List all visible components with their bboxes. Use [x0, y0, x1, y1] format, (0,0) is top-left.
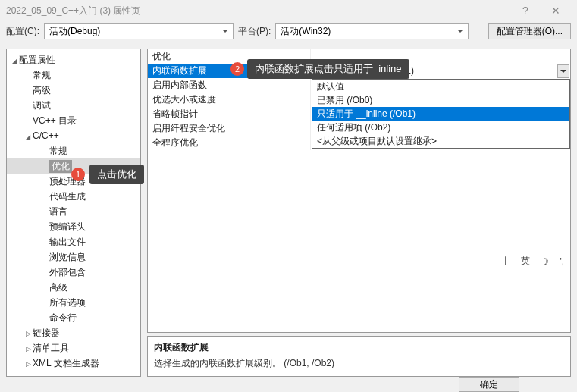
tree-item[interactable]: 常规: [7, 143, 140, 158]
platform-combo[interactable]: 活动(Win32): [275, 23, 469, 39]
dropdown-toggle[interactable]: [557, 64, 569, 78]
config-manager-button[interactable]: 配置管理器(O)...: [488, 23, 571, 39]
titlebar: 2022_05_09_C++入门 (3) 属性页 ? ✕: [0, 0, 577, 21]
tree-item[interactable]: 高级: [7, 83, 140, 98]
tree-cpp[interactable]: C/C++: [7, 128, 140, 143]
tree-item[interactable]: 语言: [7, 204, 140, 219]
callout-badge-1: 1: [71, 168, 85, 181]
window-title: 2022_05_09_C++入门 (3) 属性页: [6, 5, 510, 17]
tree-item[interactable]: 清单工具: [7, 340, 140, 356]
tree-item[interactable]: 所有选项: [7, 295, 140, 310]
dropdown-item[interactable]: 只适用于 __inline (/Ob1): [312, 107, 569, 121]
tree-item[interactable]: 链接器: [7, 325, 140, 340]
description-text: 选择生成的内联函数扩展级别。 (/Ob1, /Ob2): [154, 357, 564, 370]
description-panel: 内联函数扩展 选择生成的内联函数扩展级别。 (/Ob1, /Ob2): [147, 336, 571, 377]
tree-item[interactable]: 高级: [7, 280, 140, 295]
close-button[interactable]: ✕: [541, 5, 571, 17]
tree-root[interactable]: 配置属性: [7, 52, 140, 67]
tree-item[interactable]: 命令行: [7, 310, 140, 325]
platform-label: 平台(P):: [238, 25, 271, 38]
description-title: 内联函数扩展: [154, 341, 564, 354]
property-grid: 优化内联函数扩展只适用于 __inline (/Ob1)启用内部函数优选大小或速…: [147, 49, 571, 333]
tree-item[interactable]: 预编译头: [7, 219, 140, 234]
config-combo[interactable]: 活动(Debug): [44, 23, 234, 39]
dropdown-item[interactable]: <从父级或项目默认设置继承>: [312, 134, 569, 148]
ime-lang[interactable]: 英: [521, 255, 530, 268]
tree-item[interactable]: 输出文件: [7, 234, 140, 249]
tree-item[interactable]: 调试: [7, 98, 140, 113]
callout-2: 内联函数扩展点击只适用于_inline: [247, 59, 409, 79]
help-button[interactable]: ?: [510, 5, 541, 17]
toolbar: 配置(C): 活动(Debug) 平台(P): 活动(Win32) 配置管理器(…: [0, 21, 577, 44]
callout-1: 点击优化: [89, 165, 144, 184]
ime-pen-icon: 丨: [501, 255, 510, 268]
ime-comma: ',: [560, 256, 564, 267]
dropdown-list: 默认值已禁用 (/Ob0)只适用于 __inline (/Ob1)任何适用项 (…: [312, 79, 570, 149]
callout-badge-2: 2: [230, 62, 244, 76]
tree-item[interactable]: 浏览信息: [7, 249, 140, 265]
ime-indicator: 丨 英 ☽ ',: [501, 255, 564, 268]
dropdown-item[interactable]: 已禁用 (/Ob0): [312, 93, 569, 107]
tree-item[interactable]: 常规: [7, 67, 140, 83]
tree-item[interactable]: 外部包含: [7, 265, 140, 280]
dropdown-item[interactable]: 任何适用项 (/Ob2): [312, 121, 569, 134]
ime-moon-icon[interactable]: ☽: [541, 256, 549, 267]
tree-item[interactable]: XML 文档生成器: [7, 356, 140, 371]
tree-item[interactable]: VC++ 目录: [7, 113, 140, 128]
tree-panel: 配置属性 常规高级调试VC++ 目录 C/C++ 常规优化预处理器代码生成语言预…: [6, 49, 141, 377]
ok-button[interactable]: 确定: [459, 377, 519, 392]
tree-item[interactable]: 代码生成: [7, 189, 140, 204]
config-label: 配置(C):: [6, 25, 39, 38]
footer: 确定: [0, 377, 577, 392]
dropdown-item[interactable]: 默认值: [312, 80, 569, 93]
